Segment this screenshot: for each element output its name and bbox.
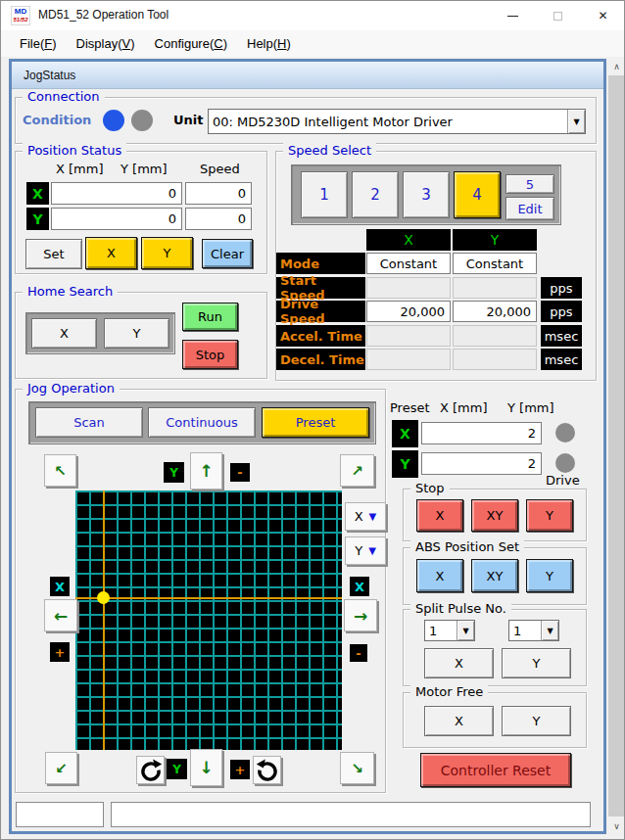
jog-left-plus-badge: + [50,642,70,662]
unit-combobox-value: 00: MD5230D Intelligent Motor Driver [209,115,567,129]
jog-continuous-button[interactable]: Continuous [148,407,256,438]
stop-x-button[interactable]: X [416,499,463,532]
abs-xy-button[interactable]: XY [471,559,518,592]
scroll-down-button[interactable]: ∨ [608,817,625,835]
split-pulse-y-select[interactable]: 1 ▼ [508,620,559,641]
jog-top-y-badge: Y [164,462,184,483]
speed-edit-button[interactable]: Edit [505,197,554,220]
rotate-ccw-icon [256,759,279,782]
condition-led-off [131,110,153,131]
home-search-x-button[interactable]: X [31,318,97,349]
position-col-speed-header: Speed [200,162,240,176]
menu-file[interactable]: File(F) [10,30,67,57]
jog-up-left-button[interactable]: ↖ [44,454,76,487]
stop-xy-button[interactable]: XY [471,499,518,532]
speed-start-unit: pps [541,277,582,299]
abs-x-button[interactable]: X [416,559,463,592]
status-field-left [16,802,104,827]
status-field-right [111,802,591,827]
jog-y-select-arrow-icon: ▼ [368,545,376,556]
close-icon: ✕ [598,9,607,23]
speed-row-accel-label: Accel. Time [276,325,365,347]
titlebar: MD 51/52 MD51_52 Operation Tool ✕ [1,1,625,30]
menu-help[interactable]: Help(H) [237,30,301,57]
speed-row-decel-label: Decel. Time [276,349,365,370]
rotate-cw-icon [139,759,163,782]
jogstatus-title: JogStatus [24,69,75,82]
jog-left-button[interactable]: ← [44,599,77,631]
motor-free-y-button[interactable]: Y [502,706,571,736]
abs-y-button[interactable]: Y [526,559,573,592]
speed-5-button[interactable]: 5 [505,174,554,194]
jog-right-minus-badge: - [350,644,367,662]
jog-x-select-label: X [355,509,363,524]
jog-right-button[interactable]: → [344,599,377,631]
speed-3-button[interactable]: 3 [403,171,450,218]
jog-position-grid [75,490,342,750]
speed-table-y-header: Y [453,229,537,251]
jog-y-select-button[interactable]: Y ▼ [345,537,386,565]
rotate-cw-button[interactable] [136,756,165,784]
maximize-button[interactable] [535,1,580,30]
speed-decel-x-cell [366,349,451,370]
speed-row-start-label: Start Speed [276,277,365,299]
preset-y-field[interactable]: 2 [421,452,542,475]
motor-free-x-button[interactable]: X [424,706,494,736]
position-y-button[interactable]: Y [141,237,193,269]
speed-2-button[interactable]: 2 [352,171,399,218]
close-button[interactable]: ✕ [580,1,625,30]
split-pulse-x-select[interactable]: 1 ▼ [424,620,475,641]
preset-col-x-header: X [mm] [440,400,488,415]
position-set-button[interactable]: Set [25,239,82,269]
home-search-y-button[interactable]: Y [104,318,169,349]
speed-row-mode-label: Mode [276,253,365,274]
scrollbar-thumb[interactable] [608,75,625,817]
menu-display[interactable]: Display(V) [67,30,145,57]
home-search-stop-button[interactable]: Stop [182,340,238,369]
jog-down-button[interactable]: ↓ [190,749,222,786]
split-pulse-y-button[interactable]: Y [502,648,571,678]
chevron-down-icon: ∨ [613,821,620,831]
jog-down-right-button[interactable]: ↘ [340,752,374,784]
speed-4-button-selected[interactable]: 4 [454,171,501,218]
position-y-axis-badge: Y [26,208,49,230]
jog-left-x-badge: X [50,577,70,596]
home-search-run-button[interactable]: Run [182,303,238,331]
menu-configure[interactable]: Configure(C) [145,30,237,57]
jog-down-left-button[interactable]: ↙ [45,752,77,784]
grid-position-dot [97,591,110,604]
jog-x-select-button[interactable]: X ▼ [345,502,386,531]
scroll-up-button[interactable]: ∧ [608,57,625,75]
position-x-button[interactable]: X [85,237,137,269]
preset-label: Preset [390,400,430,415]
position-clear-button[interactable]: Clear [202,239,253,268]
jog-operation-title: Jog Operation [23,381,120,397]
speed-row-drive-label: Drive Speed [276,301,365,322]
speed-drive-y-cell: 20,000 [453,301,537,322]
condition-label: Condition [23,113,91,127]
speed-accel-unit: msec [541,325,582,347]
jog-up-right-button[interactable]: ↗ [340,454,374,487]
rotate-ccw-button[interactable] [253,756,281,784]
preset-x-field[interactable]: 2 [421,422,542,444]
unit-combobox[interactable]: 00: MD5230D Intelligent Motor Driver ▼ [208,109,586,134]
position-x-field[interactable]: 0 [51,182,182,205]
position-y-field[interactable]: 0 [51,208,182,230]
speed-1-button[interactable]: 1 [301,171,348,218]
jog-preset-button-selected[interactable]: Preset [262,407,369,438]
jog-up-button[interactable]: ↑ [190,452,222,490]
controller-reset-button[interactable]: Controller Reset [420,753,571,787]
speed-accel-x-cell [366,325,451,347]
app-window: MD 51/52 MD51_52 Operation Tool ✕ File(F… [0,0,625,840]
maximize-icon [553,12,562,21]
split-pulse-x-button[interactable]: X [424,648,494,678]
abs-position-title: ABS Position Set [410,539,524,555]
minimize-icon [507,16,518,17]
speed-accel-y-cell [453,325,537,347]
stop-y-button[interactable]: Y [526,499,573,532]
preset-y-axis-badge: Y [392,450,418,478]
split-pulse-x-arrow-icon: ▼ [457,621,474,640]
speed-mode-y-cell: Constant [453,253,537,274]
minimize-button[interactable] [490,1,535,30]
jog-scan-button[interactable]: Scan [35,407,143,438]
